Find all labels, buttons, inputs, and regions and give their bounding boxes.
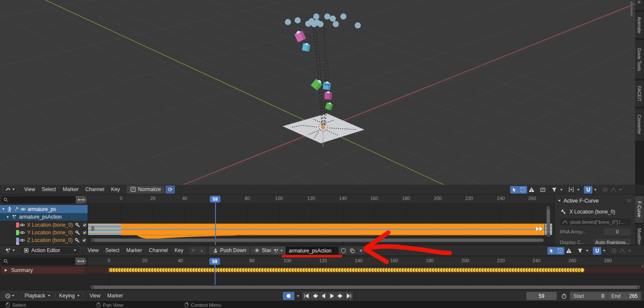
- cube-object[interactable]: [323, 81, 331, 90]
- menu-view[interactable]: View: [84, 246, 102, 255]
- tab-converter[interactable]: Converter: [635, 108, 644, 141]
- tab-fcurve[interactable]: F-Curve: [635, 196, 644, 223]
- chevron-down-icon[interactable]: [592, 186, 598, 194]
- dope-playhead-line[interactable]: [215, 262, 216, 285]
- use-preview-range-button[interactable]: [560, 292, 568, 300]
- graph-h-scrollbar[interactable]: [91, 239, 544, 242]
- menu-marker[interactable]: Marker: [104, 291, 126, 300]
- graph-current-frame-badge[interactable]: 59: [210, 196, 221, 203]
- auto-normalize-refresh-button[interactable]: ⟳: [166, 186, 175, 194]
- channel-row-fcurve[interactable]: Y Location (bone_0): [0, 228, 88, 236]
- select-box-icon-button[interactable]: [519, 186, 527, 194]
- mute-checkbox[interactable]: [82, 238, 87, 243]
- frame-channel-icon-button[interactable]: [539, 186, 547, 194]
- sidebar-collapse-arrow[interactable]: ‹: [641, 263, 643, 269]
- keying-dropdown[interactable]: Keying: [55, 292, 84, 300]
- menu-view[interactable]: View: [21, 185, 39, 194]
- sphere-object[interactable]: [355, 23, 360, 28]
- tweak-tool-icon-button[interactable]: [547, 247, 556, 255]
- 3d-viewport[interactable]: [0, 0, 635, 185]
- tab-faceit[interactable]: FACEIT: [635, 80, 644, 107]
- proportional-edit-icon-button[interactable]: [601, 186, 609, 194]
- sphere-object[interactable]: [333, 22, 338, 27]
- eye-icon[interactable]: [19, 223, 25, 227]
- chevron-down-icon[interactable]: [601, 247, 607, 255]
- sphere-object[interactable]: [318, 22, 323, 27]
- summary-keyframes[interactable]: [109, 266, 584, 274]
- playback-dropdown[interactable]: Playback: [21, 292, 54, 300]
- editor-type-button[interactable]: [2, 292, 17, 300]
- current-frame-field[interactable]: 59: [526, 292, 557, 300]
- eye-icon[interactable]: [19, 238, 25, 242]
- unlink-action-button[interactable]: ×: [357, 247, 365, 255]
- snapping-magnet-icon-button[interactable]: [593, 247, 601, 255]
- tab-modifiers[interactable]: Modifiers: [635, 225, 644, 245]
- auto-keying-record-button[interactable]: [283, 292, 294, 300]
- sphere-object[interactable]: [325, 14, 330, 19]
- menu-select[interactable]: Select: [39, 185, 59, 194]
- dope-ruler[interactable]: 0204080100120140160180200220240260280: [88, 257, 644, 266]
- filter-toggle-button[interactable]: ⟷: [76, 196, 87, 203]
- next-keyframe-button[interactable]: [336, 292, 344, 300]
- editor-type-button[interactable]: [2, 186, 17, 194]
- chevron-down-icon[interactable]: [584, 247, 590, 255]
- only-errors-icon-button[interactable]: [564, 247, 573, 255]
- falloff-curve-icon-button[interactable]: [609, 186, 618, 194]
- menu-key[interactable]: Key: [108, 185, 123, 194]
- eye-icon[interactable]: [19, 230, 25, 235]
- tweak-tool-icon-button[interactable]: [510, 186, 519, 194]
- proportional-edit-icon-button[interactable]: [610, 247, 618, 255]
- graph-v-scrollbar[interactable]: [547, 206, 550, 237]
- falloff-curve-icon-button[interactable]: [618, 247, 627, 255]
- channel-row-fcurve[interactable]: Z Location (bone_0): [0, 236, 88, 244]
- mute-checkbox[interactable]: [82, 222, 87, 228]
- snapping-magnet-icon-button[interactable]: [584, 186, 592, 194]
- dope-search-input[interactable]: [1, 258, 75, 265]
- push-down-button[interactable]: Push Down: [209, 247, 250, 255]
- channel-row-action[interactable]: ▼ armature_psAction: [0, 213, 88, 221]
- chevron-down-icon[interactable]: [627, 247, 632, 255]
- eye-icon[interactable]: [20, 207, 26, 211]
- sphere-object[interactable]: [295, 18, 300, 23]
- filter-icon-button[interactable]: [550, 186, 558, 194]
- normalize-toggle[interactable]: Normalize: [127, 186, 165, 194]
- action-browse-button[interactable]: [271, 247, 285, 255]
- menu-channel[interactable]: Channel: [146, 246, 171, 255]
- jump-to-end-button[interactable]: [345, 292, 353, 300]
- keyframe-band[interactable]: [121, 224, 544, 239]
- play-reverse-button[interactable]: [319, 292, 327, 300]
- chevron-down-icon[interactable]: [575, 186, 581, 194]
- modifier-wrench-icon[interactable]: [75, 238, 80, 243]
- rna-path-field[interactable]: pose.bones["bone_0"].l...: [560, 218, 631, 225]
- expand-triangle-icon[interactable]: ▶: [5, 268, 7, 272]
- dope-current-frame-badge[interactable]: 59: [210, 258, 220, 265]
- panel-collapse-chevron[interactable]: [558, 200, 561, 202]
- channel-search-input[interactable]: [1, 196, 76, 203]
- tab-animate[interactable]: Animate: [635, 12, 644, 38]
- select-box-icon-button[interactable]: [556, 247, 564, 255]
- move-channel-down-button[interactable]: ▼: [189, 247, 197, 254]
- editor-mode-dropdown[interactable]: Action Editor: [20, 247, 80, 255]
- pivot-point-icon-button[interactable]: [567, 186, 575, 194]
- tab-govie-tools[interactable]: Govie Tools: [635, 40, 644, 79]
- chevron-down-icon[interactable]: [618, 186, 623, 194]
- rna-array-index-field[interactable]: 0: [604, 228, 631, 235]
- channel-row-fcurve[interactable]: X Location (bone_0): [0, 221, 88, 228]
- channel-row-armature-ps[interactable]: ▼ armature_ps: [0, 205, 88, 213]
- action-name-field[interactable]: armature_psAction: [286, 247, 338, 255]
- cube-object[interactable]: [324, 91, 332, 100]
- menu-select[interactable]: Select: [102, 246, 123, 255]
- jump-to-start-button[interactable]: [302, 292, 310, 300]
- filter-toggle-button[interactable]: ⟷: [75, 258, 86, 265]
- frame-start-field[interactable]: Start 0: [570, 292, 608, 300]
- sphere-object[interactable]: [314, 14, 319, 19]
- modifier-wrench-icon[interactable]: [75, 230, 80, 235]
- menu-key[interactable]: Key: [171, 246, 187, 255]
- auto-keying-options-button[interactable]: [295, 292, 301, 300]
- tab-partial[interactable]: n: [635, 0, 644, 10]
- graph-canvas[interactable]: 0204080100120140160180200220240260 0 59: [88, 194, 554, 245]
- cube-object[interactable]: [302, 42, 311, 52]
- menu-marker[interactable]: Marker: [123, 246, 145, 255]
- previous-keyframe-button[interactable]: [311, 292, 319, 300]
- expand-triangle-icon[interactable]: ▼: [2, 207, 5, 211]
